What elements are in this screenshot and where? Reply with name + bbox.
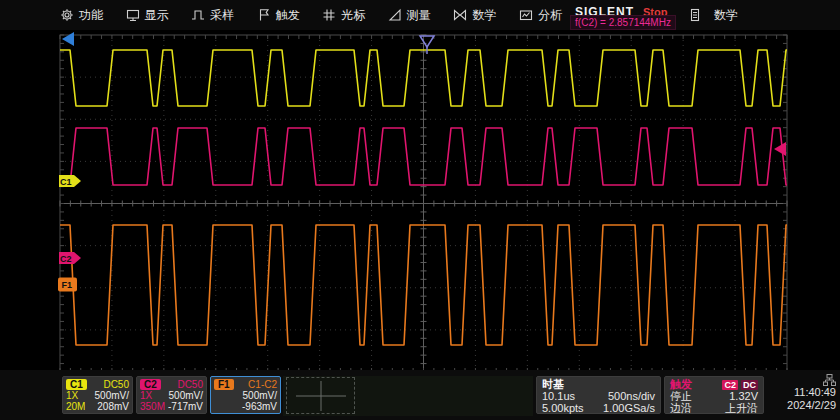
c2-scale: 500mV/ [169,390,203,401]
timebase-samplerate: 1.00GSa/s [603,402,655,414]
timebase-scale: 500ns/div [608,390,655,402]
c1-bandwidth: 20M [66,401,85,412]
c1-coupling: DC50 [103,379,129,390]
c2-chip: C2 [140,379,161,390]
c1-scale: 500mV/ [95,390,129,401]
clock-date: 2024/2/29 [766,399,836,412]
f1-offset: -963mV [242,401,277,412]
timebase-delay: 10.1us [542,390,575,402]
trigger-type: 边沿 [670,401,692,416]
timebase-box[interactable]: 时基 10.1us 500ns/div 5.00kpts 1.00GSa/s [536,376,661,414]
scope-display: C1 C2 F1 [0,0,840,420]
trigger-source-badge: C2 [722,380,738,390]
f1-chip: F1 [214,379,234,390]
f1-scale: 500mV/ [243,390,277,401]
clock-block: 11:40:49 2024/2/29 [766,374,836,412]
graticule [60,35,787,372]
c2-probe: 1X [140,390,152,401]
svg-text:C1: C1 [60,177,72,187]
c1-chip: C1 [66,379,87,390]
channel-box-c2[interactable]: C2 DC50 1X 500mV/ 350M -717mV [136,376,207,414]
f1-source: C1-C2 [248,379,277,390]
channel-box-f1[interactable]: F1 C1-C2 500mV/ -963mV [210,376,281,414]
timebase-memory: 5.00kpts [542,402,584,414]
oscilloscope-screen: 功能 显示 采样 触发 光标 [0,0,840,420]
trigger-slope: 上升沿 [725,401,758,416]
c2-offset: -717mV [168,401,203,412]
c1-offset: 208mV [97,401,129,412]
plus-icon [295,381,347,411]
c2-bandwidth: 350M [140,401,165,412]
svg-text:C2: C2 [60,254,72,264]
f1-level-marker[interactable]: F1 [58,278,77,292]
lan-icon [823,374,836,386]
trigger-coupling-badge: DC [741,380,758,390]
trigger-box[interactable]: 触发 C2 DC 停止 1.32V 边沿 上升沿 [664,376,764,414]
status-bar: C1 DC50 1X 500mV/ 20M 208mV C2 DC50 1X 5… [0,370,840,420]
c1-probe: 1X [66,390,78,401]
add-trace-button[interactable] [286,377,355,414]
c2-coupling: DC50 [177,379,203,390]
clock-time: 11:40:49 [766,386,836,399]
channel-box-c1[interactable]: C1 DC50 1X 500mV/ 20M 208mV [62,376,133,414]
svg-text:F1: F1 [62,280,73,290]
